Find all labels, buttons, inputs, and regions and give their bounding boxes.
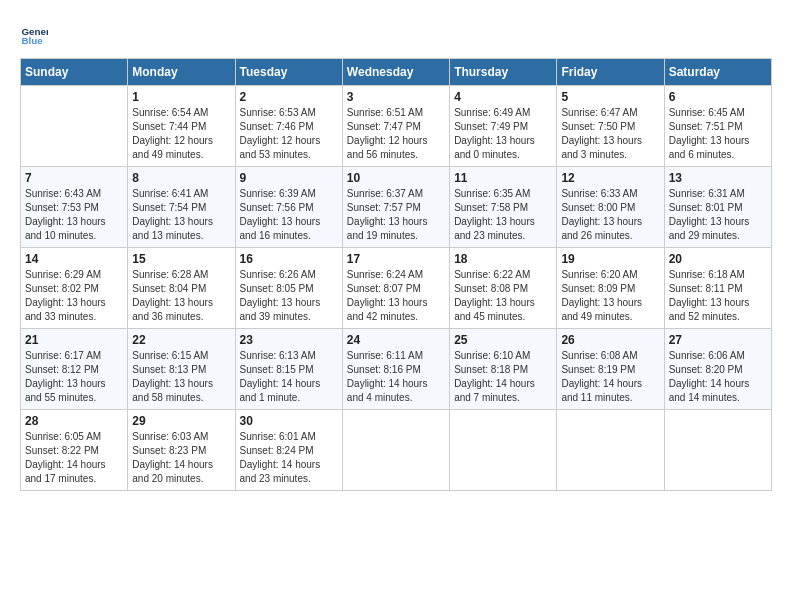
day-number: 3 <box>347 90 445 104</box>
day-number: 27 <box>669 333 767 347</box>
day-info: Sunrise: 6:10 AM Sunset: 8:18 PM Dayligh… <box>454 349 552 405</box>
calendar-cell: 30Sunrise: 6:01 AM Sunset: 8:24 PM Dayli… <box>235 410 342 491</box>
calendar-cell: 22Sunrise: 6:15 AM Sunset: 8:13 PM Dayli… <box>128 329 235 410</box>
calendar-week-row: 1Sunrise: 6:54 AM Sunset: 7:44 PM Daylig… <box>21 86 772 167</box>
day-number: 9 <box>240 171 338 185</box>
day-number: 5 <box>561 90 659 104</box>
calendar-week-row: 28Sunrise: 6:05 AM Sunset: 8:22 PM Dayli… <box>21 410 772 491</box>
calendar-cell: 17Sunrise: 6:24 AM Sunset: 8:07 PM Dayli… <box>342 248 449 329</box>
svg-text:Blue: Blue <box>21 35 43 46</box>
day-info: Sunrise: 6:39 AM Sunset: 7:56 PM Dayligh… <box>240 187 338 243</box>
weekday-header: Wednesday <box>342 59 449 86</box>
calendar-cell: 28Sunrise: 6:05 AM Sunset: 8:22 PM Dayli… <box>21 410 128 491</box>
calendar-week-row: 14Sunrise: 6:29 AM Sunset: 8:02 PM Dayli… <box>21 248 772 329</box>
day-info: Sunrise: 6:03 AM Sunset: 8:23 PM Dayligh… <box>132 430 230 486</box>
day-number: 19 <box>561 252 659 266</box>
day-number: 12 <box>561 171 659 185</box>
calendar-cell: 7Sunrise: 6:43 AM Sunset: 7:53 PM Daylig… <box>21 167 128 248</box>
weekday-header: Thursday <box>450 59 557 86</box>
calendar-cell <box>450 410 557 491</box>
day-info: Sunrise: 6:35 AM Sunset: 7:58 PM Dayligh… <box>454 187 552 243</box>
day-info: Sunrise: 6:22 AM Sunset: 8:08 PM Dayligh… <box>454 268 552 324</box>
day-info: Sunrise: 6:13 AM Sunset: 8:15 PM Dayligh… <box>240 349 338 405</box>
weekday-header: Friday <box>557 59 664 86</box>
day-info: Sunrise: 6:51 AM Sunset: 7:47 PM Dayligh… <box>347 106 445 162</box>
day-info: Sunrise: 6:33 AM Sunset: 8:00 PM Dayligh… <box>561 187 659 243</box>
day-number: 20 <box>669 252 767 266</box>
day-number: 6 <box>669 90 767 104</box>
page-header: General Blue <box>20 20 772 48</box>
day-number: 4 <box>454 90 552 104</box>
weekday-header: Tuesday <box>235 59 342 86</box>
day-info: Sunrise: 6:43 AM Sunset: 7:53 PM Dayligh… <box>25 187 123 243</box>
day-number: 11 <box>454 171 552 185</box>
calendar-table: SundayMondayTuesdayWednesdayThursdayFrid… <box>20 58 772 491</box>
day-info: Sunrise: 6:18 AM Sunset: 8:11 PM Dayligh… <box>669 268 767 324</box>
logo-icon: General Blue <box>20 20 48 48</box>
logo: General Blue <box>20 20 52 48</box>
day-info: Sunrise: 6:20 AM Sunset: 8:09 PM Dayligh… <box>561 268 659 324</box>
weekday-header: Sunday <box>21 59 128 86</box>
day-number: 28 <box>25 414 123 428</box>
calendar-cell: 29Sunrise: 6:03 AM Sunset: 8:23 PM Dayli… <box>128 410 235 491</box>
day-number: 7 <box>25 171 123 185</box>
day-info: Sunrise: 6:05 AM Sunset: 8:22 PM Dayligh… <box>25 430 123 486</box>
day-number: 2 <box>240 90 338 104</box>
day-info: Sunrise: 6:45 AM Sunset: 7:51 PM Dayligh… <box>669 106 767 162</box>
day-info: Sunrise: 6:24 AM Sunset: 8:07 PM Dayligh… <box>347 268 445 324</box>
calendar-cell: 24Sunrise: 6:11 AM Sunset: 8:16 PM Dayli… <box>342 329 449 410</box>
day-number: 16 <box>240 252 338 266</box>
day-info: Sunrise: 6:08 AM Sunset: 8:19 PM Dayligh… <box>561 349 659 405</box>
calendar-cell: 26Sunrise: 6:08 AM Sunset: 8:19 PM Dayli… <box>557 329 664 410</box>
calendar-header-row: SundayMondayTuesdayWednesdayThursdayFrid… <box>21 59 772 86</box>
day-info: Sunrise: 6:54 AM Sunset: 7:44 PM Dayligh… <box>132 106 230 162</box>
calendar-cell: 25Sunrise: 6:10 AM Sunset: 8:18 PM Dayli… <box>450 329 557 410</box>
day-info: Sunrise: 6:49 AM Sunset: 7:49 PM Dayligh… <box>454 106 552 162</box>
calendar-cell: 6Sunrise: 6:45 AM Sunset: 7:51 PM Daylig… <box>664 86 771 167</box>
day-number: 17 <box>347 252 445 266</box>
day-number: 22 <box>132 333 230 347</box>
calendar-cell: 13Sunrise: 6:31 AM Sunset: 8:01 PM Dayli… <box>664 167 771 248</box>
calendar-cell <box>342 410 449 491</box>
calendar-cell: 8Sunrise: 6:41 AM Sunset: 7:54 PM Daylig… <box>128 167 235 248</box>
calendar-cell: 16Sunrise: 6:26 AM Sunset: 8:05 PM Dayli… <box>235 248 342 329</box>
day-number: 23 <box>240 333 338 347</box>
calendar-cell <box>557 410 664 491</box>
day-info: Sunrise: 6:41 AM Sunset: 7:54 PM Dayligh… <box>132 187 230 243</box>
calendar-cell: 27Sunrise: 6:06 AM Sunset: 8:20 PM Dayli… <box>664 329 771 410</box>
day-number: 10 <box>347 171 445 185</box>
calendar-cell: 11Sunrise: 6:35 AM Sunset: 7:58 PM Dayli… <box>450 167 557 248</box>
day-number: 14 <box>25 252 123 266</box>
day-number: 21 <box>25 333 123 347</box>
day-info: Sunrise: 6:47 AM Sunset: 7:50 PM Dayligh… <box>561 106 659 162</box>
calendar-cell: 12Sunrise: 6:33 AM Sunset: 8:00 PM Dayli… <box>557 167 664 248</box>
day-number: 29 <box>132 414 230 428</box>
day-number: 13 <box>669 171 767 185</box>
calendar-cell: 1Sunrise: 6:54 AM Sunset: 7:44 PM Daylig… <box>128 86 235 167</box>
calendar-cell: 9Sunrise: 6:39 AM Sunset: 7:56 PM Daylig… <box>235 167 342 248</box>
weekday-header: Monday <box>128 59 235 86</box>
calendar-cell <box>21 86 128 167</box>
day-number: 8 <box>132 171 230 185</box>
day-number: 15 <box>132 252 230 266</box>
calendar-cell <box>664 410 771 491</box>
day-info: Sunrise: 6:26 AM Sunset: 8:05 PM Dayligh… <box>240 268 338 324</box>
calendar-cell: 3Sunrise: 6:51 AM Sunset: 7:47 PM Daylig… <box>342 86 449 167</box>
day-info: Sunrise: 6:01 AM Sunset: 8:24 PM Dayligh… <box>240 430 338 486</box>
calendar-week-row: 21Sunrise: 6:17 AM Sunset: 8:12 PM Dayli… <box>21 329 772 410</box>
day-info: Sunrise: 6:31 AM Sunset: 8:01 PM Dayligh… <box>669 187 767 243</box>
day-info: Sunrise: 6:11 AM Sunset: 8:16 PM Dayligh… <box>347 349 445 405</box>
weekday-header: Saturday <box>664 59 771 86</box>
calendar-cell: 2Sunrise: 6:53 AM Sunset: 7:46 PM Daylig… <box>235 86 342 167</box>
day-info: Sunrise: 6:15 AM Sunset: 8:13 PM Dayligh… <box>132 349 230 405</box>
day-number: 18 <box>454 252 552 266</box>
day-number: 1 <box>132 90 230 104</box>
day-number: 24 <box>347 333 445 347</box>
day-number: 26 <box>561 333 659 347</box>
day-number: 25 <box>454 333 552 347</box>
day-info: Sunrise: 6:17 AM Sunset: 8:12 PM Dayligh… <box>25 349 123 405</box>
day-info: Sunrise: 6:29 AM Sunset: 8:02 PM Dayligh… <box>25 268 123 324</box>
day-info: Sunrise: 6:06 AM Sunset: 8:20 PM Dayligh… <box>669 349 767 405</box>
calendar-cell: 21Sunrise: 6:17 AM Sunset: 8:12 PM Dayli… <box>21 329 128 410</box>
day-info: Sunrise: 6:37 AM Sunset: 7:57 PM Dayligh… <box>347 187 445 243</box>
